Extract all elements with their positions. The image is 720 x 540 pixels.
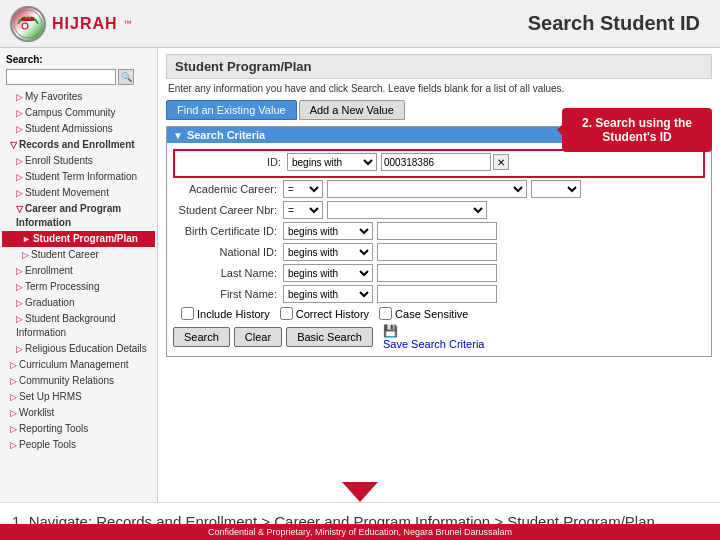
page-title: Search Student ID (528, 12, 700, 35)
logo-icon (10, 6, 46, 42)
sidebar-item-enrollment[interactable]: ▷Enrollment (2, 263, 155, 279)
student-career-label: Student Career Nbr: (173, 204, 283, 216)
search-button[interactable]: Search (173, 327, 230, 347)
sidebar: Search: 🔍 ▷My Favorites ▷Campus Communit… (0, 48, 158, 502)
main-layout: Search: 🔍 ▷My Favorites ▷Campus Communit… (0, 48, 720, 502)
down-arrow-icon (342, 482, 378, 502)
national-id-label: National ID: (173, 246, 283, 258)
sidebar-search-row: 🔍 (2, 67, 155, 87)
footer: Confidential & Proprietary, Ministry of … (0, 524, 720, 540)
birth-cert-input[interactable] (377, 222, 497, 240)
footer-text: Confidential & Proprietary, Ministry of … (208, 527, 512, 537)
sidebar-item-worklist[interactable]: ▷Worklist (2, 405, 155, 421)
criteria-arrow-icon: ▼ (173, 130, 183, 141)
case-sensitive-item: Case Sensitive (379, 307, 468, 320)
svg-point-1 (22, 23, 28, 29)
include-history-label: Include History (197, 308, 270, 320)
logo-tm: ™ (124, 19, 132, 28)
correct-history-label: Correct History (296, 308, 369, 320)
national-id-row: National ID: begins with = (173, 243, 705, 261)
callout-box: 2. Search using the Student's ID (562, 108, 712, 152)
sidebar-item-religious[interactable]: ▷Religious Education Details (2, 341, 155, 357)
sidebar-item-campus[interactable]: ▷Campus Community (2, 105, 155, 121)
case-sensitive-label: Case Sensitive (395, 308, 468, 320)
id-row: ID: begins with = contains ✕ (177, 153, 701, 171)
panel-description: Enter any information you have and click… (166, 83, 712, 94)
search-criteria-box: ▼ Search Criteria ID: begins with = cont… (166, 126, 712, 357)
id-highlight-box: ID: begins with = contains ✕ (173, 149, 705, 178)
national-id-input[interactable] (377, 243, 497, 261)
sidebar-item-community[interactable]: ▷Community Relations (2, 373, 155, 389)
include-history-item: Include History (181, 307, 270, 320)
tab-add-new[interactable]: Add a New Value (299, 100, 405, 120)
birth-cert-row: Birth Certificate ID: begins with = (173, 222, 705, 240)
last-name-label: Last Name: (173, 267, 283, 279)
basic-search-button[interactable]: Basic Search (286, 327, 373, 347)
last-name-operator[interactable]: begins with = (283, 264, 373, 282)
first-name-row: First Name: begins with = (173, 285, 705, 303)
sidebar-item-program-plan[interactable]: ►Student Program/Plan (2, 231, 155, 247)
id-clear-button[interactable]: ✕ (493, 154, 509, 170)
academic-career-extra[interactable] (531, 180, 581, 198)
sidebar-search-input[interactable] (6, 69, 116, 85)
sidebar-item-term-processing[interactable]: ▷Term Processing (2, 279, 155, 295)
id-operator-select[interactable]: begins with = contains (287, 153, 377, 171)
birth-cert-operator[interactable]: begins with = (283, 222, 373, 240)
panel-title: Student Program/Plan (166, 54, 712, 79)
clear-button[interactable]: Clear (234, 327, 282, 347)
first-name-operator[interactable]: begins with = (283, 285, 373, 303)
first-name-input[interactable] (377, 285, 497, 303)
academic-career-row: Academic Career: = begins with (173, 180, 705, 198)
sidebar-item-admissions[interactable]: ▷Student Admissions (2, 121, 155, 137)
tab-find-existing[interactable]: Find an Existing Value (166, 100, 297, 120)
sidebar-item-career[interactable]: ▽Career and Program Information (2, 201, 155, 231)
sidebar-search-section: Search: 🔍 (2, 52, 155, 87)
last-name-input[interactable] (377, 264, 497, 282)
first-name-label: First Name: (173, 288, 283, 300)
academic-career-operator[interactable]: = begins with (283, 180, 323, 198)
academic-career-label: Academic Career: (173, 183, 283, 195)
case-sensitive-checkbox[interactable] (379, 307, 392, 320)
sidebar-item-curriculum[interactable]: ▷Curriculum Management (2, 357, 155, 373)
sidebar-item-background[interactable]: ▷Student Background Information (2, 311, 155, 341)
sidebar-item-setup[interactable]: ▷Set Up HRMS (2, 389, 155, 405)
action-row: Search Clear Basic Search 💾 Save Search … (173, 324, 705, 350)
student-career-row: Student Career Nbr: = begins with (173, 201, 705, 219)
save-search-area: 💾 Save Search Criteria (383, 324, 485, 350)
save-icon: 💾 (383, 324, 398, 338)
app-header: HIJRAH ™ Search Student ID (0, 0, 720, 48)
sidebar-item-records[interactable]: ▽Records and Enrollment (2, 137, 155, 153)
correct-history-item: Correct History (280, 307, 369, 320)
sidebar-item-term-info[interactable]: ▷Student Term Information (2, 169, 155, 185)
national-id-operator[interactable]: begins with = (283, 243, 373, 261)
checkbox-row: Include History Correct History Case Sen… (173, 307, 705, 320)
student-career-value[interactable] (327, 201, 487, 219)
correct-history-checkbox[interactable] (280, 307, 293, 320)
id-value-input[interactable] (381, 153, 491, 171)
sidebar-item-movement[interactable]: ▷Student Movement (2, 185, 155, 201)
birth-cert-label: Birth Certificate ID: (173, 225, 283, 237)
include-history-checkbox[interactable] (181, 307, 194, 320)
sidebar-item-graduation[interactable]: ▷Graduation (2, 295, 155, 311)
logo-text: HIJRAH (52, 15, 118, 33)
sidebar-item-people-tools[interactable]: ▷People Tools (2, 437, 155, 453)
id-label: ID: (177, 156, 287, 168)
student-career-operator[interactable]: = begins with (283, 201, 323, 219)
save-search-link[interactable]: Save Search Criteria (383, 338, 485, 350)
academic-career-value[interactable] (327, 180, 527, 198)
sidebar-item-favorites[interactable]: ▷My Favorites (2, 89, 155, 105)
sidebar-search-label: Search: (2, 52, 155, 67)
sidebar-item-enroll[interactable]: ▷Enroll Students (2, 153, 155, 169)
sidebar-search-button[interactable]: 🔍 (118, 69, 134, 85)
sidebar-item-reporting[interactable]: ▷Reporting Tools (2, 421, 155, 437)
content-area: 2. Search using the Student's ID Student… (158, 48, 720, 502)
logo-area: HIJRAH ™ (10, 6, 132, 42)
sidebar-item-student-career[interactable]: ▷Student Career (2, 247, 155, 263)
last-name-row: Last Name: begins with = (173, 264, 705, 282)
